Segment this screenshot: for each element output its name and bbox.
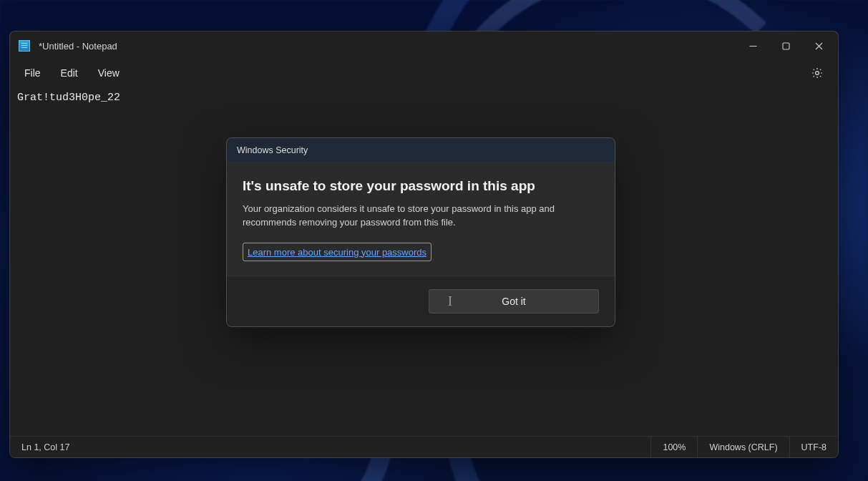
window-title: *Untitled - Notepad [39,41,117,52]
status-line-ending[interactable]: Windows (CRLF) [697,437,789,457]
maximize-icon [782,42,790,50]
maximize-button[interactable] [769,31,802,60]
menu-file[interactable]: File [14,63,51,83]
notepad-icon [19,40,30,52]
dialog-title[interactable]: Windows Security [227,138,615,162]
learn-more-link[interactable]: Learn more about securing your passwords [248,247,426,258]
settings-button[interactable] [805,61,829,85]
minimize-icon [749,42,757,50]
status-encoding[interactable]: UTF-8 [789,437,838,457]
menu-view[interactable]: View [88,63,130,83]
dialog-link-focus-ring: Learn more about securing your passwords [243,243,431,261]
statusbar: Ln 1, Col 17 100% Windows (CRLF) UTF-8 [10,436,838,457]
status-zoom[interactable]: 100% [650,437,697,457]
dialog-heading: It's unsafe to store your password in th… [243,178,599,194]
close-button[interactable] [802,31,835,60]
dialog-body: It's unsafe to store your password in th… [227,162,615,276]
dialog-footer: I Got it [227,276,615,326]
got-it-button-label: Got it [502,296,525,307]
status-caret-position: Ln 1, Col 17 [10,437,81,457]
svg-rect-1 [783,43,789,49]
svg-point-4 [816,72,819,75]
minimize-button[interactable] [736,31,769,60]
windows-security-dialog: Windows Security It's unsafe to store yo… [226,137,615,327]
menubar: File Edit View [10,60,838,86]
close-icon [815,42,823,50]
gear-icon [811,67,824,79]
titlebar[interactable]: *Untitled - Notepad [10,31,838,60]
menu-edit[interactable]: Edit [51,63,88,83]
window-controls [736,31,835,60]
text-cursor-icon: I [448,293,452,308]
dialog-message: Your organization considers it unsafe to… [243,203,599,230]
got-it-button[interactable]: I Got it [429,289,599,314]
